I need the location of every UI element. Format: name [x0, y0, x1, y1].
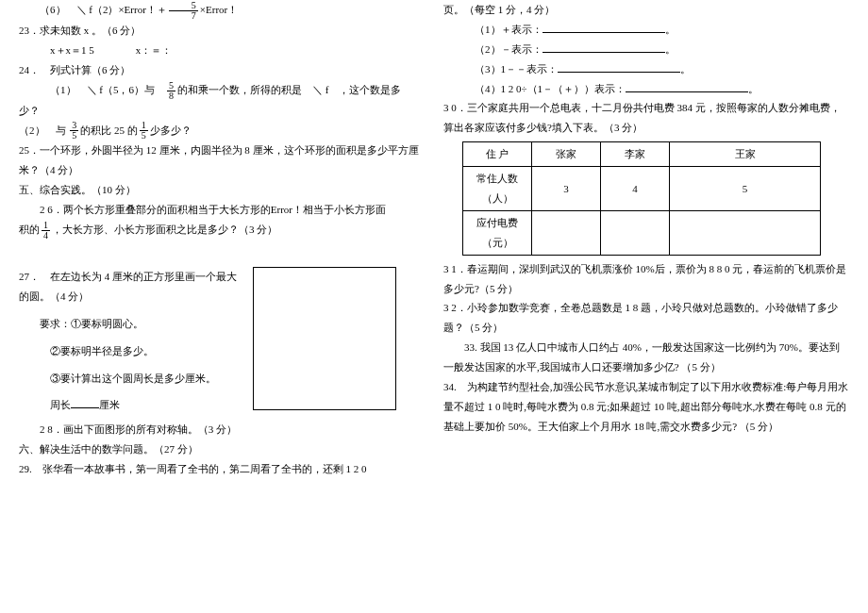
q24-1-b: 的和乘一个数，所得的积是 ＼ f ，这个数是多: [177, 84, 401, 95]
q26-b-post: ，大长方形、小长方形面积之比是多少？（3 分）: [52, 224, 277, 235]
q25: 25．一个环形，外圆半径为 12 厘米，内圆半径为 8 厘米，这个环形的面积是多…: [19, 141, 425, 180]
th-household: 住 户: [463, 142, 532, 167]
blank-29-4[interactable]: [626, 80, 748, 92]
q26-b-pre: 积的: [19, 224, 40, 235]
q24-1: （1） ＼ f（5，6）与 58的和乘一个数，所得的积是 ＼ f ，这个数是多: [19, 80, 425, 101]
row-pop-zhang: 3: [532, 167, 601, 211]
row-pop-wang: 5: [670, 167, 821, 211]
blank-29-2[interactable]: [542, 41, 665, 53]
q22-6-text-b: ×Error！: [200, 4, 238, 15]
row-fee-label: 应付电费 （元）: [463, 210, 532, 255]
q24-2-a: （2） 与: [19, 124, 66, 136]
row-fee-li[interactable]: [601, 210, 670, 255]
th-zhang: 张家: [532, 142, 601, 167]
electricity-table: 住 户 张家 李家 王家 常住人数 （人） 3 4 5 应付电费 （元）: [462, 141, 821, 255]
q27-req4-post: 厘米: [99, 399, 120, 410]
blank-29-3[interactable]: [558, 60, 680, 73]
q24-2-b: 的积比 25 的: [80, 124, 138, 136]
q26-a: 2 6．两个长方形重叠部分的面积相当于大长方形的Error！相当于小长方形面: [19, 200, 425, 220]
row-pop-label: 常住人数 （人）: [463, 167, 532, 211]
section-5: 五、综合实践。（10 分）: [19, 180, 425, 200]
row-fee-wang[interactable]: [670, 210, 821, 255]
th-wang: 王家: [670, 142, 821, 167]
q22-6: （6） ＼ f（2）×Error！＋57×Error！: [19, 0, 425, 21]
q26-b: 积的14，大长方形、小长方形面积之比是多少？（3 分）: [19, 220, 425, 240]
q29-sub2-label: （2）－表示：: [475, 43, 542, 55]
blank-perimeter[interactable]: [71, 396, 99, 408]
frac-5-8: 58: [167, 81, 175, 101]
q24-2-c: 少多少？: [150, 124, 192, 136]
q29-sub4: （4）1 2 0÷（1－（＋））表示：。: [443, 79, 849, 99]
q34: 34. 为构建节约型社会,加强公民节水意识,某城市制定了以下用水收费标准:每户每…: [443, 377, 849, 437]
q24: 24． 列式计算（6 分）: [19, 60, 425, 80]
q32: 3 2．小玲参加数学竞赛，全卷总题数是 1 8 题，小玲只做对总题数的。小玲做错…: [443, 298, 849, 338]
frac-3-5: 35: [70, 121, 78, 141]
row-fee-zhang[interactable]: [532, 210, 601, 255]
q23: 23．求未知数 x 。（6 分）: [19, 21, 425, 41]
q29-sub3: （3）1－－表示：。: [443, 59, 849, 79]
frac-5-7: 57: [169, 1, 198, 21]
q27-req4-pre: 周长: [50, 399, 71, 410]
q33: 33. 我国 13 亿人口中城市人口约占 40%，一般发达国家这一比例约为 70…: [443, 338, 849, 377]
q29-sub2: （2）－表示：。: [443, 40, 849, 59]
q31: 3 1．春运期间，深圳到武汉的飞机票涨价 10%后，票价为 8 8 0 元，春运…: [443, 259, 849, 299]
q27-block: 27． 在左边长为 4 厘米的正方形里画一个最大的圆。（4 分） 要求：①要标明…: [19, 267, 425, 420]
frac-1-5: 15: [140, 121, 148, 141]
q29-sub4-label: （4）1 2 0÷（1－（＋））表示：: [475, 83, 626, 94]
q29: 29. 张华看一本故事书，第一周看了全书的，第二周看了全书的，还剩 1 2 0: [19, 459, 425, 479]
th-li: 李家: [601, 142, 670, 167]
q29-sub1-label: （1）＋表示：: [475, 24, 542, 35]
q30: 3 0．三个家庭共用一个总电表，十二月份共付电费 384 元，按照每家的人数分摊…: [443, 98, 849, 138]
q24-1-end: 少？: [19, 101, 425, 121]
q29-sub3-label: （3）1－－表示：: [475, 63, 558, 75]
row-pop-li: 4: [601, 167, 670, 211]
q28: 2 8．画出下面图形的所有对称轴。（3 分）: [19, 420, 425, 439]
q24-2: （2） 与 35的积比 25 的15少多少？: [19, 121, 425, 141]
q29-sub1: （1）＋表示：。: [443, 20, 849, 40]
q22-6-text-a: （6） ＼ f（2）×Error！＋: [40, 4, 167, 15]
q23-eq: x＋x＝1 5 x：＝：: [19, 41, 425, 60]
frac-1-4: 14: [42, 221, 50, 240]
q29-cont: 页。（每空 1 分，4 分）: [443, 0, 849, 20]
blank-29-1[interactable]: [542, 21, 665, 33]
section-6: 六、解决生活中的数学问题。（27 分）: [19, 439, 425, 459]
q24-1-a: （1） ＼ f（5，6）与: [50, 84, 165, 95]
square-box: [253, 267, 396, 410]
